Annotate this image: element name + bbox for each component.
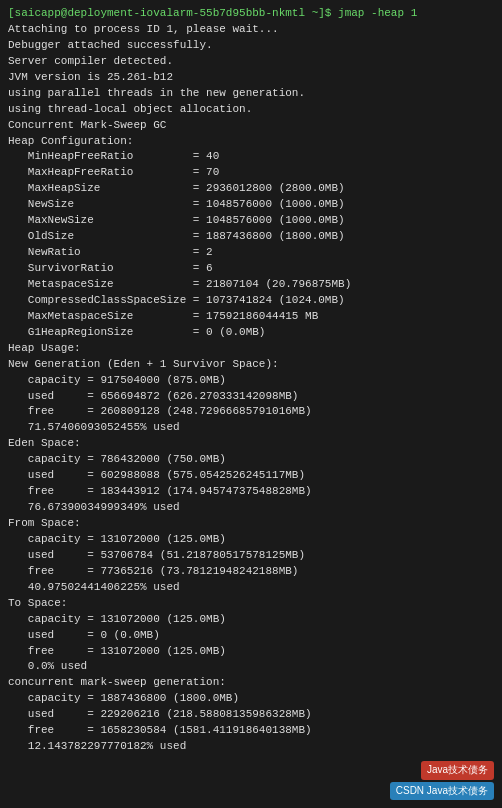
terminal-line-eden: Eden Space:	[8, 436, 494, 452]
terminal-line-cms-free: free = 1658230584 (1581.411918640138MB)	[8, 723, 494, 739]
terminal-line-compressed: CompressedClassSpaceSize = 1073741824 (1…	[8, 293, 494, 309]
terminal-line-ng-cap: capacity = 917504000 (875.0MB)	[8, 373, 494, 389]
terminal-line-metaspace: MetaspaceSize = 21807104 (20.796875MB)	[8, 277, 494, 293]
terminal-line-oldsize: OldSize = 1887436800 (1800.0MB)	[8, 229, 494, 245]
terminal-line-from: From Space:	[8, 516, 494, 532]
terminal-line-jvm: JVM version is 25.261-b12	[8, 70, 494, 86]
terminal-line-cms-pct: 12.143782297770182% used	[8, 739, 494, 755]
terminal-line-newgen: New Generation (Eden + 1 Survivor Space)…	[8, 357, 494, 373]
terminal-output: [saicapp@deployment-iovalarm-55b7d95bbb-…	[8, 6, 494, 755]
terminal-line-cms: concurrent mark-sweep generation:	[8, 675, 494, 691]
terminal-line-minheap: MinHeapFreeRatio = 40	[8, 149, 494, 165]
terminal-line-gc: Concurrent Mark-Sweep GC	[8, 118, 494, 134]
terminal-line-from-pct: 40.97502441406225% used	[8, 580, 494, 596]
terminal-line-server: Server compiler detected.	[8, 54, 494, 70]
terminal-line-to-free: free = 131072000 (125.0MB)	[8, 644, 494, 660]
terminal-line-debugger: Debugger attached successfully.	[8, 38, 494, 54]
terminal-line-threadlocal: using thread-local object allocation.	[8, 102, 494, 118]
terminal-line-maxnewsize: MaxNewSize = 1048576000 (1000.0MB)	[8, 213, 494, 229]
terminal-line-ng-used: used = 656694872 (626.270333142098MB)	[8, 389, 494, 405]
terminal-line-eden-free: free = 183443912 (174.94574737548828MB)	[8, 484, 494, 500]
terminal-line-heap-config: Heap Configuration:	[8, 134, 494, 150]
terminal-line-to-used: used = 0 (0.0MB)	[8, 628, 494, 644]
watermark-badge: Java技术债务	[421, 761, 494, 780]
terminal-line-maxmeta: MaxMetaspaceSize = 17592186044415 MB	[8, 309, 494, 325]
terminal-line-heap-usage: Heap Usage:	[8, 341, 494, 357]
terminal-line-cms-cap: capacity = 1887436800 (1800.0MB)	[8, 691, 494, 707]
terminal-line-cms-used: used = 229206216 (218.58808135986328MB)	[8, 707, 494, 723]
terminal-line-to-cap: capacity = 131072000 (125.0MB)	[8, 612, 494, 628]
terminal-line-parallel: using parallel threads in the new genera…	[8, 86, 494, 102]
terminal-line-g1heap: G1HeapRegionSize = 0 (0.0MB)	[8, 325, 494, 341]
terminal-line-maxheap: MaxHeapFreeRatio = 70	[8, 165, 494, 181]
terminal-window: [saicapp@deployment-iovalarm-55b7d95bbb-…	[0, 0, 502, 808]
terminal-line-from-free: free = 77365216 (73.78121948242188MB)	[8, 564, 494, 580]
terminal-line-to: To Space:	[8, 596, 494, 612]
terminal-line-eden-pct: 76.67390034999349% used	[8, 500, 494, 516]
terminal-line-newratio: NewRatio = 2	[8, 245, 494, 261]
terminal-line-to-pct: 0.0% used	[8, 659, 494, 675]
terminal-line-maxheapsize: MaxHeapSize = 2936012800 (2800.0MB)	[8, 181, 494, 197]
terminal-line-eden-cap: capacity = 786432000 (750.0MB)	[8, 452, 494, 468]
terminal-line-attach: Attaching to process ID 1, please wait..…	[8, 22, 494, 38]
terminal-line-eden-used: used = 602988088 (575.0542526245117MB)	[8, 468, 494, 484]
terminal-line-ng-pct: 71.57406093052455% used	[8, 420, 494, 436]
terminal-line-survivorratio: SurvivorRatio = 6	[8, 261, 494, 277]
terminal-line-from-used: used = 53706784 (51.218780517578125MB)	[8, 548, 494, 564]
watermark: Java技术债务 CSDN Java技术债务	[390, 761, 494, 800]
watermark-label: CSDN Java技术债务	[390, 782, 494, 801]
terminal-line-ng-free: free = 260809128 (248.72966685791016MB)	[8, 404, 494, 420]
terminal-line-from-cap: capacity = 131072000 (125.0MB)	[8, 532, 494, 548]
terminal-line-prompt: [saicapp@deployment-iovalarm-55b7d95bbb-…	[8, 6, 494, 22]
terminal-line-newsize: NewSize = 1048576000 (1000.0MB)	[8, 197, 494, 213]
